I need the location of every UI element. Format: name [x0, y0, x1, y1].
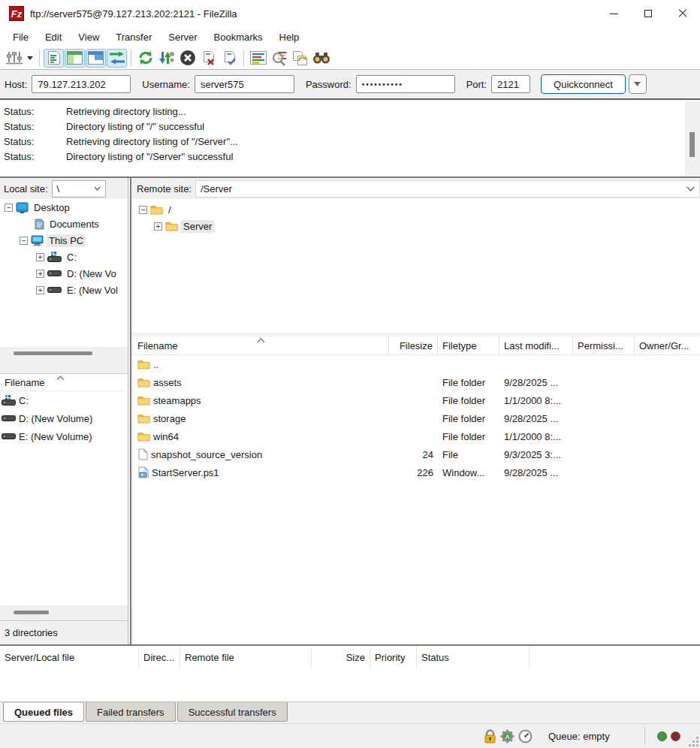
tree-item-drive-d[interactable]: + D: (New Vo	[0, 265, 128, 282]
minus-icon[interactable]: −	[5, 204, 13, 212]
local-file-row[interactable]: C:	[0, 391, 128, 409]
reconnect-button[interactable]	[219, 49, 240, 68]
toggle-message-log-button[interactable]	[44, 49, 64, 68]
minimize-button[interactable]	[596, 0, 631, 27]
site-manager-button[interactable]	[4, 49, 24, 68]
disconnect-button[interactable]	[198, 49, 219, 68]
scrollbar-thumb[interactable]	[689, 132, 695, 157]
close-button[interactable]	[665, 0, 700, 27]
column-filesize[interactable]: Filesize	[389, 336, 438, 354]
column-remote-file[interactable]: Remote file	[180, 646, 312, 668]
column-filetype[interactable]: Filetype	[438, 336, 499, 354]
toggle-local-tree-button[interactable]	[65, 49, 85, 68]
filezilla-window: Fz ftp://server575@79.127.213.202:2121 -…	[0, 0, 700, 748]
column-permissions[interactable]: Permissi...	[573, 336, 635, 354]
plus-icon[interactable]: +	[36, 270, 44, 278]
chevron-down-icon	[686, 186, 695, 192]
quickconnect-button[interactable]: Quickconnect	[541, 74, 626, 94]
remote-file-row[interactable]: StartServer.ps1 226 Window... 9/28/2025 …	[133, 463, 700, 481]
directory-filter-button[interactable]	[248, 49, 268, 68]
minus-icon[interactable]: −	[139, 206, 147, 214]
column-direction[interactable]: Direc...	[139, 646, 180, 668]
log-message: Directory listing of "/" successful	[66, 121, 204, 132]
local-tree: − Desktop Documents − This PC + C:	[0, 199, 128, 347]
port-label: Port:	[466, 79, 487, 90]
cancel-operation-button[interactable]	[177, 49, 198, 68]
host-input[interactable]: 79.127.213.202	[32, 75, 131, 93]
remote-file-row[interactable]: steamapps File folder 1/1/2000 8:...	[133, 391, 700, 409]
scrollbar-thumb[interactable]	[14, 611, 49, 614]
tab-failed-transfers[interactable]: Failed transfers	[86, 702, 176, 722]
plus-icon[interactable]: +	[36, 253, 44, 261]
menu-bar: File Edit View Transfer Server Bookmarks…	[0, 27, 700, 47]
menu-transfer[interactable]: Transfer	[107, 29, 160, 45]
remote-file-row[interactable]: snapshot_source_version 24 File 9/3/2025…	[133, 445, 700, 463]
column-owner-group[interactable]: Owner/Gr...	[635, 336, 700, 354]
file-modified: 1/1/2000 8:...	[499, 395, 573, 406]
process-queue-button[interactable]	[156, 49, 177, 68]
remote-file-row[interactable]: assets File folder 9/28/2025 ...	[133, 373, 700, 391]
password-input[interactable]: ••••••••••	[356, 75, 455, 93]
tree-item-documents[interactable]: Documents	[0, 216, 128, 232]
folder-icon	[137, 377, 150, 388]
quickconnect-dropdown[interactable]	[629, 74, 647, 94]
secure-connection-lock-icon[interactable]	[484, 729, 496, 743]
synchronized-browsing-button[interactable]	[290, 49, 310, 68]
local-file-row[interactable]: D: (New Volume)	[0, 409, 128, 427]
remote-list-header: Filename Filesize Filetype Last modifi..…	[133, 336, 700, 355]
minus-icon[interactable]: −	[20, 237, 28, 245]
local-file-row[interactable]: E: (New Volume)	[0, 427, 128, 445]
column-last-modified[interactable]: Last modifi...	[499, 336, 573, 354]
tree-item-server[interactable]: + Server	[133, 218, 700, 234]
tab-successful-transfers[interactable]: Successful transfers	[177, 702, 288, 722]
scrollbar-thumb[interactable]	[14, 351, 92, 355]
column-server-local-file[interactable]: Server/Local file	[0, 646, 139, 668]
toggle-remote-tree-button[interactable]	[86, 49, 106, 68]
tree-item-root[interactable]: − /	[133, 201, 700, 218]
menu-server[interactable]: Server	[160, 29, 205, 45]
directory-comparison-button[interactable]	[269, 49, 289, 68]
log-status-label: Status:	[0, 121, 66, 132]
tab-queued-files[interactable]: Queued files	[3, 702, 84, 722]
site-manager-dropdown[interactable]	[25, 49, 35, 68]
username-input[interactable]: server575	[195, 75, 294, 93]
column-status[interactable]: Status	[417, 646, 530, 668]
column-size[interactable]: Size	[312, 646, 370, 668]
menu-help[interactable]: Help	[271, 29, 308, 45]
message-log-scrollbar[interactable]	[685, 101, 700, 176]
menu-bookmarks[interactable]: Bookmarks	[206, 29, 271, 45]
maximize-button[interactable]	[631, 0, 665, 27]
port-input[interactable]: 2121	[491, 75, 530, 93]
tree-item-desktop[interactable]: − Desktop	[0, 199, 128, 216]
speed-limits-icon[interactable]	[518, 729, 533, 743]
plus-icon[interactable]: +	[36, 286, 44, 294]
tree-item-drive-c[interactable]: + C:	[0, 249, 128, 265]
transfer-settings-gear-icon[interactable]: A	[500, 729, 514, 743]
documents-icon	[35, 219, 44, 230]
toggle-transfer-queue-button[interactable]	[107, 49, 127, 68]
find-files-button[interactable]	[311, 49, 331, 68]
folder-icon	[165, 221, 178, 231]
remote-file-row[interactable]: win64 File folder 1/1/2000 8:...	[133, 427, 700, 445]
log-status-label: Status:	[0, 151, 66, 162]
menu-view[interactable]: View	[70, 29, 107, 45]
menu-file[interactable]: File	[5, 29, 37, 45]
tree-item-drive-e[interactable]: + E: (New Vol	[0, 282, 128, 298]
remote-file-row[interactable]: storage File folder 9/28/2025 ...	[133, 409, 700, 427]
file-type: File folder	[438, 431, 499, 442]
local-site-combo[interactable]: \	[52, 180, 106, 198]
local-tree-hscrollbar[interactable]	[0, 347, 128, 373]
tree-item-label: This PC	[47, 234, 86, 247]
plus-icon[interactable]: +	[154, 222, 162, 231]
refresh-button[interactable]	[135, 49, 155, 68]
folder-icon	[137, 359, 150, 369]
column-priority[interactable]: Priority	[370, 646, 417, 668]
menu-edit[interactable]: Edit	[37, 29, 70, 45]
log-row: Status:Retrieving directory listing of "…	[0, 134, 700, 149]
chevron-down-icon	[27, 56, 33, 60]
tree-item-this-pc[interactable]: − This PC	[0, 232, 128, 249]
remote-site-combo[interactable]: /Server	[195, 180, 700, 198]
remote-file-row[interactable]: ..	[133, 355, 700, 373]
local-list-hscrollbar[interactable]	[0, 605, 128, 620]
resize-grip-icon[interactable]	[688, 736, 698, 746]
